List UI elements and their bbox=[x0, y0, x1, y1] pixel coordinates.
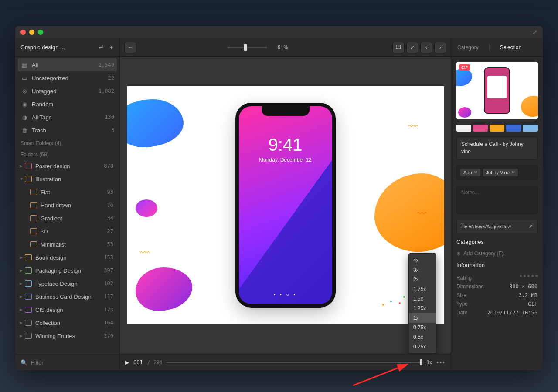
tab-selection[interactable]: Selection bbox=[500, 44, 521, 51]
filter-input[interactable]: 🔍 Filter bbox=[15, 355, 119, 370]
sidebar-item-random[interactable]: ◉Random bbox=[15, 98, 119, 111]
tag-johny-vino[interactable]: Johny Vino✕ bbox=[483, 169, 518, 176]
color-swatch[interactable] bbox=[473, 125, 488, 132]
tab-category[interactable]: Category bbox=[457, 44, 479, 51]
tags-field[interactable]: App✕Johny Vino✕ bbox=[456, 165, 538, 180]
sidebar-item-all-tags[interactable]: ◑All Tags130 bbox=[15, 111, 119, 124]
color-swatch[interactable] bbox=[456, 125, 471, 132]
speed-option-0.5x[interactable]: 0.5x bbox=[409, 332, 436, 342]
minimize-icon[interactable] bbox=[29, 30, 34, 35]
path-field[interactable]: file:///Users/Augus/Dow ↗ bbox=[456, 220, 538, 233]
folder-icon bbox=[25, 280, 32, 287]
zoom-icon[interactable] bbox=[38, 30, 43, 35]
preview-canvas[interactable]: 〰 〰 〰 9:41 Monday, December 12 • • ○ • bbox=[120, 57, 451, 354]
folder-icon bbox=[25, 254, 32, 260]
speed-option-0.75x[interactable]: 0.75x bbox=[409, 323, 436, 332]
folder-illustration[interactable]: ▼Illustration bbox=[15, 172, 119, 186]
caret-icon: ▶ bbox=[20, 164, 24, 168]
folder-icon bbox=[25, 267, 32, 274]
notes-field[interactable]: Notes... bbox=[456, 186, 538, 214]
speed-option-1.25x[interactable]: 1.25x bbox=[409, 304, 436, 313]
app-window: ⤢ Graphic design ... ⇄ ＋ ▦All2,549▭Uncat… bbox=[15, 26, 543, 370]
folder-gradient[interactable]: Gradient34 bbox=[15, 212, 119, 225]
smart-folders-label[interactable]: Smart Folders (4) bbox=[15, 137, 119, 148]
speed-option-1.75x[interactable]: 1.75x bbox=[409, 284, 436, 294]
back-button[interactable]: ← bbox=[124, 42, 136, 53]
speed-option-3x[interactable]: 3x bbox=[409, 265, 436, 275]
thumbnail[interactable]: GIF bbox=[456, 62, 538, 119]
inspector: Category Selection GIF Schedule a Call -… bbox=[451, 38, 543, 370]
phone-mockup: 9:41 Monday, December 12 • • ○ • bbox=[235, 103, 336, 308]
rating-dots[interactable] bbox=[520, 275, 538, 281]
remove-tag-icon[interactable]: ✕ bbox=[511, 170, 515, 175]
sidebar-item-all[interactable]: ▦All2,549 bbox=[18, 58, 117, 71]
folder-icon bbox=[30, 228, 37, 234]
playbar: ▶ 001 / 294 1x ••• bbox=[120, 354, 451, 370]
folder-flat[interactable]: Flat93 bbox=[15, 186, 119, 199]
speed-option-0.25x[interactable]: 0.25x bbox=[409, 342, 436, 351]
folder-book-design[interactable]: ▶Book design153 bbox=[15, 251, 119, 264]
folder-cis-design[interactable]: ▶CIS design173 bbox=[15, 303, 119, 316]
swap-icon[interactable]: ⇄ bbox=[99, 44, 103, 51]
prev-button[interactable]: ‹ bbox=[420, 42, 432, 53]
item-icon: ⊗ bbox=[20, 88, 28, 95]
title-field[interactable]: Schedule a Call - by Johny vino bbox=[456, 137, 538, 159]
sidebar-item-untagged[interactable]: ⊗Untagged1,082 bbox=[15, 84, 119, 98]
play-button[interactable]: ▶ bbox=[125, 359, 129, 365]
traffic-lights bbox=[20, 30, 43, 35]
folder-collection[interactable]: ▶Collection164 bbox=[15, 316, 119, 329]
caret-icon: ▶ bbox=[20, 268, 24, 273]
folder-hand-drawn[interactable]: Hand drawn76 bbox=[15, 199, 119, 212]
folder-minimalist[interactable]: Minimalist53 bbox=[15, 238, 119, 251]
speed-option-2x[interactable]: 2x bbox=[409, 275, 436, 284]
item-icon: ◑ bbox=[20, 114, 28, 121]
seek-bar[interactable] bbox=[167, 358, 422, 367]
speed-option-1.5x[interactable]: 1.5x bbox=[409, 294, 436, 304]
speed-button[interactable]: 1x bbox=[427, 359, 432, 365]
zoom-slider[interactable] bbox=[227, 47, 267, 48]
center-pane: ← 91% 1:1 ⤢ ‹ › 〰 〰 〰 bbox=[120, 38, 451, 370]
pin-icon[interactable]: ⤢ bbox=[532, 29, 538, 36]
phone-date: Monday, December 12 bbox=[239, 157, 332, 163]
folder-winning-entries[interactable]: ▶Winning Entries270 bbox=[15, 329, 119, 342]
sidebar-item-trash[interactable]: 🗑Trash3 bbox=[15, 124, 119, 137]
folder-icon bbox=[30, 215, 37, 221]
info-dimensions: Dimensions800 × 600 bbox=[456, 282, 538, 291]
inspector-tabs: Category Selection bbox=[451, 38, 543, 57]
folder-typeface-design[interactable]: ▶Typeface Design102 bbox=[15, 277, 119, 290]
fit-screen-button[interactable]: ⤢ bbox=[406, 42, 418, 53]
sidebar: Graphic design ... ⇄ ＋ ▦All2,549▭Uncateg… bbox=[15, 38, 120, 370]
folder-packaging-design[interactable]: ▶Packaging Design397 bbox=[15, 264, 119, 277]
next-button[interactable]: › bbox=[434, 42, 446, 53]
info-size: Size3.2 MB bbox=[456, 291, 538, 300]
folder-business-card-design[interactable]: ▶Business Card Design117 bbox=[15, 290, 119, 303]
speed-option-4x[interactable]: 4x bbox=[409, 256, 436, 265]
close-icon[interactable] bbox=[20, 30, 26, 35]
gif-badge: GIF bbox=[459, 64, 470, 71]
info-rating: Rating bbox=[456, 274, 538, 282]
color-swatch[interactable] bbox=[506, 125, 521, 132]
folder-poster-design[interactable]: ▶Poster design878 bbox=[15, 159, 119, 172]
add-icon[interactable]: ＋ bbox=[109, 44, 114, 51]
frame-current: 001 bbox=[133, 359, 143, 365]
more-button[interactable]: ••• bbox=[436, 359, 446, 366]
titlebar: ⤢ bbox=[15, 26, 543, 38]
speed-menu[interactable]: 4x3x2x1.75x1.5x1.25x1x0.75x0.5x0.25x bbox=[408, 253, 436, 354]
tag-app[interactable]: App✕ bbox=[460, 169, 480, 176]
folder-3d[interactable]: 3D27 bbox=[15, 225, 119, 238]
sidebar-item-uncategorized[interactable]: ▭Uncategorized22 bbox=[15, 71, 119, 84]
folders-label[interactable]: Folders (58) bbox=[15, 148, 119, 159]
add-category-button[interactable]: ⊕ Add Category (F) bbox=[456, 250, 538, 257]
folder-icon bbox=[25, 294, 32, 300]
open-path-icon[interactable]: ↗ bbox=[528, 223, 533, 230]
folder-icon bbox=[25, 176, 32, 182]
fit-actual-button[interactable]: 1:1 bbox=[392, 42, 405, 53]
color-swatch[interactable] bbox=[490, 125, 504, 132]
remove-tag-icon[interactable]: ✕ bbox=[474, 170, 477, 175]
caret-icon: ▶ bbox=[20, 308, 24, 312]
speed-option-1x[interactable]: 1x bbox=[409, 313, 436, 323]
info-table: RatingDimensions800 × 600Size3.2 MBTypeG… bbox=[456, 274, 538, 317]
library-header[interactable]: Graphic design ... ⇄ ＋ bbox=[15, 38, 119, 57]
color-swatch[interactable] bbox=[523, 125, 538, 132]
folder-icon bbox=[30, 202, 37, 208]
